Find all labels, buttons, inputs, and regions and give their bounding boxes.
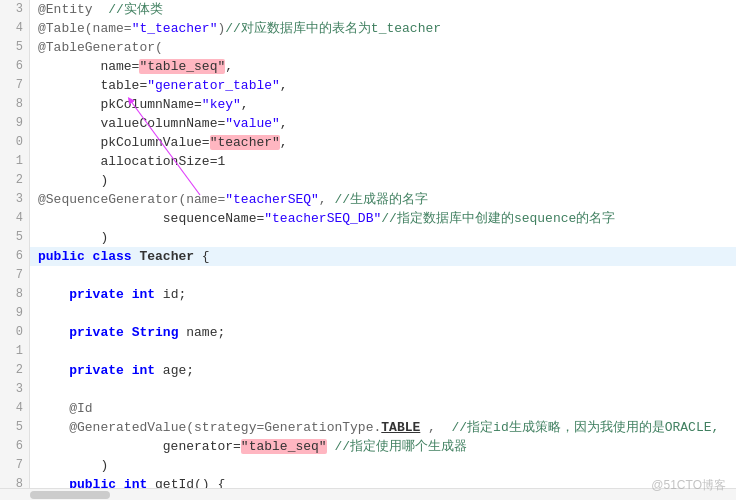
line-content: allocationSize=1 [30,152,736,171]
line-content: public class Teacher { [30,247,736,266]
line-content: table="generator_table", [30,76,736,95]
line-content: ) [30,228,736,247]
line-number: 0 [0,133,30,152]
line-number: 4 [0,399,30,418]
code-line-17: 7 [0,266,736,285]
line-content: @GeneratedValue(strategy=GenerationType.… [30,418,736,437]
line-number: 2 [0,361,30,380]
line-number: 5 [0,38,30,57]
code-line-18: 8 private int id; [0,285,736,304]
line-content: name="table_seq", [30,57,736,76]
code-line-21: 1 [0,342,736,361]
line-content [30,342,736,361]
line-number: 6 [0,247,30,266]
code-line-4: 4 @Table(name="t_teacher")//对应数据库中的表名为t_… [0,19,736,38]
line-number: 6 [0,437,30,456]
code-line-5: 5 @TableGenerator( [0,38,736,57]
line-content: @SequenceGenerator(name="teacherSEQ", //… [30,190,736,209]
line-number: 7 [0,456,30,475]
line-content: @Table(name="t_teacher")//对应数据库中的表名为t_te… [30,19,736,38]
line-content: pkColumnValue="teacher", [30,133,736,152]
line-number: 9 [0,304,30,323]
line-content: generator="table_seq" //指定使用哪个生成器 [30,437,736,456]
code-line-26: 6 generator="table_seq" //指定使用哪个生成器 [0,437,736,456]
code-line-24: 4 @Id [0,399,736,418]
line-content: ) [30,456,736,475]
line-number: 7 [0,76,30,95]
code-line-3: 3 @Entity //实体类 [0,0,736,19]
line-content [30,304,736,323]
line-number: 5 [0,418,30,437]
line-number: 5 [0,228,30,247]
code-line-14: 4 sequenceName="teacherSEQ_DB"//指定数据库中创建… [0,209,736,228]
code-line-8: 8 pkColumnName="key", [0,95,736,114]
code-line-23: 3 [0,380,736,399]
line-number: 2 [0,171,30,190]
line-number: 3 [0,0,30,19]
watermark: @51CTO博客 [651,477,726,494]
line-content [30,380,736,399]
line-content: sequenceName="teacherSEQ_DB"//指定数据库中创建的s… [30,209,736,228]
line-number: 9 [0,114,30,133]
code-line-27: 7 ) [0,456,736,475]
line-content: private String name; [30,323,736,342]
code-line-11: 1 allocationSize=1 [0,152,736,171]
line-number: 0 [0,323,30,342]
code-line-13: 3 @SequenceGenerator(name="teacherSEQ", … [0,190,736,209]
line-number: 1 [0,152,30,171]
code-line-15: 5 ) [0,228,736,247]
line-content: @TableGenerator( [30,38,736,57]
line-number: 3 [0,380,30,399]
line-number: 1 [0,342,30,361]
code-line-19: 9 [0,304,736,323]
code-area: 3 @Entity //实体类 4 @Table(name="t_teacher… [0,0,736,500]
line-content: private int age; [30,361,736,380]
code-editor: 3 @Entity //实体类 4 @Table(name="t_teacher… [0,0,736,500]
code-line-12: 2 ) [0,171,736,190]
code-line-16: 6 public class Teacher { [0,247,736,266]
line-number: 4 [0,209,30,228]
line-number: 4 [0,19,30,38]
code-line-6: 6 name="table_seq", [0,57,736,76]
line-number: 6 [0,57,30,76]
line-content: @Id [30,399,736,418]
code-line-22: 2 private int age; [0,361,736,380]
line-content: ) [30,171,736,190]
line-content: pkColumnName="key", [30,95,736,114]
line-content: private int id; [30,285,736,304]
line-number: 8 [0,95,30,114]
line-content [30,266,736,285]
code-line-25: 5 @GeneratedValue(strategy=GenerationTyp… [0,418,736,437]
code-line-10: 0 pkColumnValue="teacher", [0,133,736,152]
code-line-9: 9 valueColumnName="value", [0,114,736,133]
code-line-7: 7 table="generator_table", [0,76,736,95]
line-number: 3 [0,190,30,209]
horizontal-scrollbar[interactable] [0,488,736,500]
line-number: 8 [0,285,30,304]
line-number: 7 [0,266,30,285]
code-line-20: 0 private String name; [0,323,736,342]
line-content: valueColumnName="value", [30,114,736,133]
line-content: @Entity //实体类 [30,0,736,19]
